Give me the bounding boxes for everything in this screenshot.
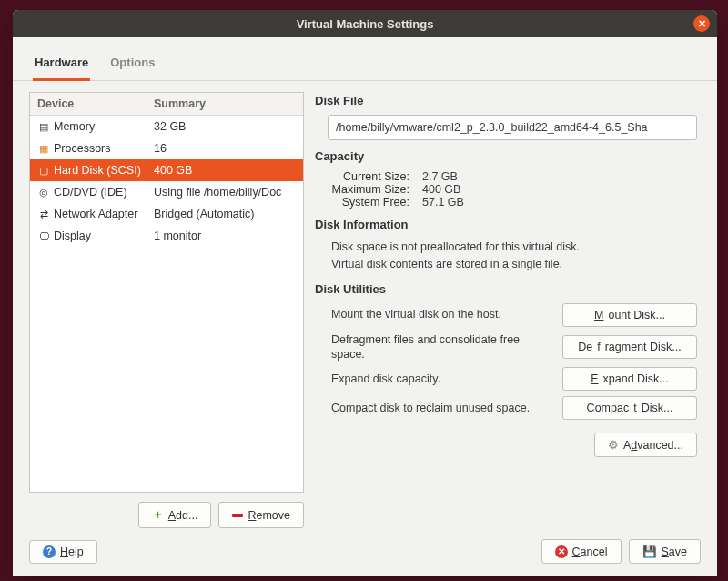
util-row: Defragment files and consolidate free sp… [331,332,697,362]
capacity-table: Current Size:2.7 GB Maximum Size:400 GB … [315,170,697,209]
tab-options[interactable]: Options [108,50,157,81]
device-summary: 1 monitor [148,225,303,247]
advanced-button[interactable]: ⚙ Advanced... [594,433,697,457]
current-size-value: 2.7 GB [422,170,458,183]
disk-info-line: Disk space is not preallocated for this … [331,239,697,256]
gear-icon: ⚙ [608,438,619,452]
device-name: Processors [54,142,111,155]
header-device[interactable]: Device [30,93,148,115]
network-icon: ⇄ [37,208,50,220]
disk-info-line: Virtual disk contents are stored in a si… [331,256,697,273]
util-desc: Compact disk to reclaim unused space. [331,401,553,415]
system-free-label: System Free: [331,196,422,209]
disk-info: Disk space is not preallocated for this … [315,239,697,273]
footer: ? Help ✕ Cancel 💾 Save [13,528,717,576]
disk-info-title: Disk Information [315,216,697,231]
help-icon: ? [43,545,56,558]
device-summary: 16 [148,138,303,159]
disk-icon: ▢ [37,164,50,177]
cancel-button[interactable]: ✕ Cancel [541,539,622,564]
system-free-value: 57.1 GB [422,196,464,209]
cancel-icon: ✕ [555,545,568,558]
max-size-label: Maximum Size: [331,183,422,196]
util-desc: Mount the virtual disk on the host. [331,307,553,321]
disk-utilities-title: Disk Utilities [315,280,697,296]
mount-disk-button[interactable]: Mount Disk... [562,303,697,327]
table-row[interactable]: ⇄Network Adapter Bridged (Automatic) [30,203,303,225]
table-row[interactable]: ◎CD/DVD (IDE) Using file /home/billy/Doc [30,181,303,203]
util-row: Expand disk capacity. Expand Disk... [331,367,697,391]
advanced-row: ⚙ Advanced... [315,427,697,457]
table-row[interactable]: ▤Memory 32 GB [30,116,303,138]
cd-icon: ◎ [37,186,50,199]
compact-disk-button[interactable]: Compact Disk... [562,396,697,420]
device-name: Hard Disk (SCSI) [54,164,141,177]
device-summary: Using file /home/billy/Doc [148,181,303,203]
remove-button[interactable]: Remove [218,502,304,528]
device-summary: 32 GB [148,116,303,138]
header-summary[interactable]: Summary [148,93,303,115]
current-size-label: Current Size: [331,170,422,183]
device-name: Memory [54,120,95,133]
capacity-title: Capacity [315,148,697,163]
footer-right: ✕ Cancel 💾 Save [541,539,701,564]
plus-icon: ＋ [152,507,164,523]
window-title: Virtual Machine Settings [297,17,434,31]
util-row: Mount the virtual disk on the host. Moun… [331,303,697,327]
help-button[interactable]: ? Help [29,540,97,564]
save-button[interactable]: 💾 Save [629,539,702,564]
device-table: Device Summary ▤Memory 32 GB ▦Processors… [29,92,304,493]
add-label: dd... [176,509,197,522]
util-desc: Defragment files and consolidate free sp… [331,332,553,362]
device-name: Network Adapter [54,208,137,220]
expand-disk-button[interactable]: Expand Disk... [562,367,697,391]
max-size-value: 400 GB [422,183,460,196]
device-name: Display [54,229,91,242]
table-row[interactable]: ▢Hard Disk (SCSI) 400 GB [30,159,303,181]
vm-settings-window: Virtual Machine Settings ✕ Hardware Opti… [13,10,717,576]
memory-icon: ▤ [37,120,50,133]
disk-utilities: Mount the virtual disk on the host. Moun… [315,303,697,421]
left-pane: Device Summary ▤Memory 32 GB ▦Processors… [29,92,304,528]
device-summary: Bridged (Automatic) [148,203,303,225]
tab-hardware[interactable]: Hardware [33,50,90,81]
device-buttons: ＋ Add... Remove [29,493,304,528]
remove-label: emove [256,509,290,522]
table-row[interactable]: 🖵Display 1 monitor [30,225,303,247]
cpu-icon: ▦ [37,142,50,155]
save-icon: 💾 [642,545,657,558]
minus-icon [232,514,243,517]
device-table-header: Device Summary [30,93,303,116]
device-summary: 400 GB [148,159,303,181]
settings-body: Device Summary ▤Memory 32 GB ▦Processors… [13,81,717,528]
tabs: Hardware Options [13,37,717,81]
util-row: Compact disk to reclaim unused space. Co… [331,396,697,420]
device-name: CD/DVD (IDE) [54,186,127,199]
titlebar: Virtual Machine Settings ✕ [13,10,717,37]
close-icon[interactable]: ✕ [693,15,710,32]
util-desc: Expand disk capacity. [331,372,553,386]
disk-file-title: Disk File [315,92,697,107]
defragment-disk-button[interactable]: Defragment Disk... [562,335,697,359]
add-button[interactable]: ＋ Add... [138,502,212,528]
disk-file-input[interactable]: /home/billy/vmware/cml2_p_2.3.0_build22_… [328,115,697,140]
display-icon: 🖵 [37,229,50,242]
right-pane: Disk File /home/billy/vmware/cml2_p_2.3.… [315,92,701,528]
table-row[interactable]: ▦Processors 16 [30,138,303,159]
